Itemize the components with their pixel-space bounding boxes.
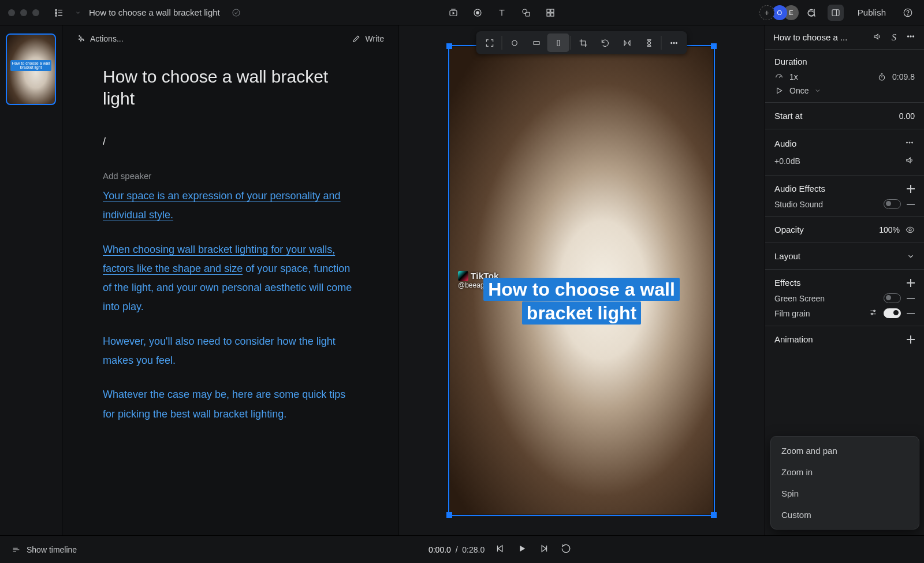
start-at-section: Start at 0.00: [765, 103, 924, 129]
add-speaker-button[interactable]: Add speaker: [103, 171, 357, 181]
video-caption[interactable]: How to choose a wall bracket light: [458, 278, 705, 326]
studio-sound-toggle[interactable]: [884, 199, 901, 209]
project-menu-button[interactable]: [51, 5, 67, 21]
menu-item[interactable]: Zoom and pan: [771, 440, 919, 461]
mute-button[interactable]: [873, 32, 882, 43]
script-body[interactable]: How to choose a wall bracket light / Add…: [62, 52, 398, 535]
svg-point-11: [476, 11, 479, 14]
video-library-icon: [448, 8, 459, 18]
more-button[interactable]: [904, 137, 915, 150]
scene-thumbnail[interactable]: How to choose a wall bracket light: [6, 33, 56, 105]
panels-toggle-button[interactable]: [828, 5, 844, 21]
expand-button[interactable]: [479, 33, 501, 52]
more-icon: [906, 31, 916, 42]
text-icon: [497, 8, 507, 18]
more-button[interactable]: [906, 31, 916, 43]
flip-button[interactable]: [616, 33, 638, 52]
help-button[interactable]: [900, 5, 916, 21]
crop-button[interactable]: [572, 33, 594, 52]
transcript-line[interactable]: Your space is an expression of your pers…: [103, 190, 341, 221]
green-screen-toggle[interactable]: [884, 293, 901, 303]
grid-icon: [545, 8, 556, 18]
inspector-title: How to choose a ...: [773, 32, 867, 42]
volume-icon: [905, 155, 915, 165]
text-button[interactable]: [494, 5, 510, 21]
current-time: 0:00.0: [429, 545, 451, 554]
shapes-icon: [521, 8, 531, 18]
svg-rect-4: [55, 14, 57, 16]
prev-button[interactable]: [495, 543, 505, 555]
comments-button[interactable]: [803, 5, 819, 21]
menu-item[interactable]: Custom: [771, 504, 919, 525]
audio-gain-value[interactable]: +0.0dB: [774, 156, 800, 166]
remove-effect-button[interactable]: [907, 204, 915, 205]
transcript[interactable]: Your space is an expression of your pers…: [103, 187, 357, 424]
actions-button[interactable]: Actions...: [76, 34, 124, 43]
transcript-line[interactable]: Whatever the case may be, here are some …: [103, 385, 357, 424]
duration-value[interactable]: 0:09.8: [892, 72, 915, 81]
comment-icon: [806, 8, 817, 18]
layout-section[interactable]: Layout: [765, 243, 924, 270]
styles-button[interactable]: S: [888, 32, 900, 43]
expand-icon: [485, 38, 494, 48]
duration-section: Duration 1x 0:09.8 Once: [765, 50, 924, 103]
opacity-value[interactable]: 100%: [879, 225, 900, 234]
volume-icon: [873, 32, 882, 42]
svg-point-36: [879, 75, 884, 80]
more-button[interactable]: [663, 33, 685, 52]
canvas-toolbar: [476, 31, 687, 54]
svg-point-24: [512, 40, 517, 46]
shapes-button[interactable]: [518, 5, 534, 21]
section-title: Opacity: [774, 225, 804, 234]
sparkle-plus-icon: [76, 34, 85, 43]
menu-item[interactable]: Zoom in: [771, 461, 919, 483]
svg-point-40: [906, 142, 907, 143]
remove-effect-button[interactable]: [907, 313, 915, 314]
next-button[interactable]: [539, 543, 549, 555]
svg-point-31: [676, 42, 677, 43]
green-screen-label: Green Screen: [774, 294, 878, 303]
invite-button[interactable]: +: [759, 5, 774, 20]
film-grain-settings-button[interactable]: [869, 308, 878, 319]
circle-layout-button[interactable]: [504, 33, 526, 52]
loop-button[interactable]: [561, 543, 571, 555]
svg-marker-54: [542, 546, 547, 552]
play-button[interactable]: [517, 543, 527, 555]
record-icon: [472, 8, 483, 18]
canvas[interactable]: TikTok @beeagey How to choose a wall bra…: [398, 25, 765, 535]
landscape-layout-button[interactable]: [526, 33, 547, 52]
playback-bar: Show timeline 0:00.0 / 0:28.0: [0, 535, 924, 563]
rotate-button[interactable]: [594, 33, 616, 52]
sliders-icon: [869, 308, 878, 317]
transcript-line[interactable]: However, you'll also need to consider ho…: [103, 332, 357, 371]
video-stage[interactable]: TikTok @beeagey How to choose a wall bra…: [450, 47, 713, 514]
start-at-value[interactable]: 0.00: [899, 111, 915, 121]
document-title[interactable]: How to choose a wall bracket light: [103, 66, 357, 109]
add-effect-button[interactable]: [907, 279, 915, 287]
hourglass-icon: [644, 38, 654, 48]
record-button[interactable]: [470, 5, 486, 21]
write-button[interactable]: Write: [352, 34, 384, 43]
eye-icon[interactable]: [906, 225, 915, 234]
media-library-button[interactable]: [445, 5, 461, 21]
project-title[interactable]: How to choose a wall bracket light: [89, 8, 220, 17]
skip-forward-icon: [539, 543, 549, 554]
animation-section: Animation: [765, 326, 924, 352]
speed-button[interactable]: [638, 33, 660, 52]
chevron-down-icon: [75, 10, 81, 16]
templates-button[interactable]: [542, 5, 558, 21]
add-audio-effect-button[interactable]: [907, 185, 915, 193]
film-grain-toggle[interactable]: [884, 308, 901, 318]
slash-command-prompt[interactable]: /: [103, 136, 357, 148]
audio-mute-button[interactable]: [905, 155, 915, 167]
publish-button[interactable]: Publish: [852, 5, 892, 20]
menu-item[interactable]: Spin: [771, 483, 919, 504]
show-timeline-button[interactable]: Show timeline: [12, 545, 77, 554]
add-animation-button[interactable]: [907, 335, 915, 344]
speed-value[interactable]: 1x: [789, 72, 798, 81]
svg-point-43: [909, 229, 911, 231]
portrait-layout-button[interactable]: [547, 33, 569, 52]
play-mode-dropdown[interactable]: Once: [774, 86, 915, 95]
svg-rect-18: [547, 13, 550, 16]
remove-effect-button[interactable]: [907, 298, 915, 299]
